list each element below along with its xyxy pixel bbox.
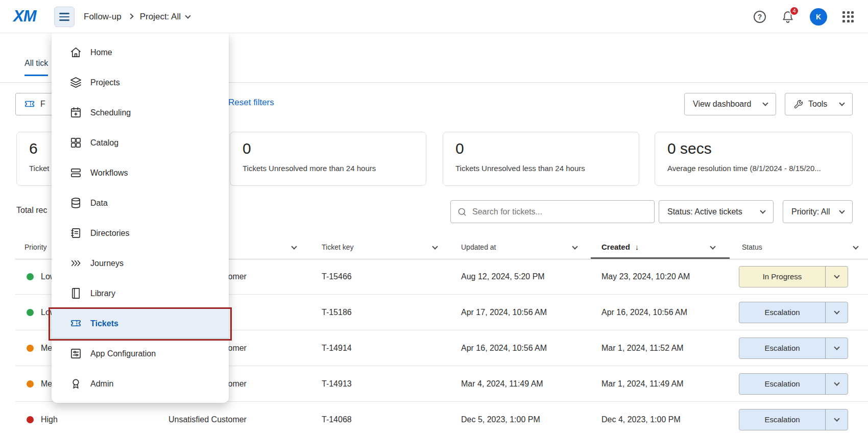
stat-value: 0 (455, 140, 626, 157)
status-badge-label: Escalation (739, 374, 825, 394)
menu-item-home[interactable]: Home (52, 37, 229, 67)
ticket-search (450, 200, 655, 223)
updated-at-cell: Apr 16, 2024, 10:56 AM (461, 344, 547, 353)
directories-icon (70, 227, 82, 239)
status-dropdown[interactable]: Escalation (739, 337, 848, 359)
chevron-down-icon (839, 208, 845, 213)
status-chevron[interactable] (825, 409, 848, 430)
status-filter-dropdown[interactable]: Status: Active tickets (659, 200, 774, 223)
search-input[interactable] (472, 207, 648, 216)
status-badge-label: Escalation (739, 302, 825, 323)
help-icon[interactable]: ? (754, 11, 766, 23)
status-sort-chevron[interactable] (854, 242, 858, 251)
column-header-status[interactable]: Status (742, 235, 762, 259)
ticket-name-cell: Unsatisfied Customer (168, 415, 247, 424)
menu-item-workflows[interactable]: Workflows (52, 158, 229, 188)
breadcrumb-separator-icon (128, 13, 133, 19)
priority-dot (27, 309, 34, 316)
breadcrumb-section[interactable]: Follow-up (84, 12, 122, 22)
xm-logo: XM (13, 7, 36, 26)
menu-item-scheduling[interactable]: Scheduling (52, 98, 229, 128)
created-cell: Dec 4, 2023, 1:00 PM (601, 415, 681, 424)
data-icon (70, 197, 82, 209)
ticket-key-cell: T-15466 (322, 272, 352, 281)
topbar-actions: ? 4 K (754, 0, 868, 33)
menu-item-library[interactable]: Library (52, 278, 229, 308)
menu-item-data[interactable]: Data (52, 188, 229, 218)
stat-card-avg-resolution-time: 0 secs Average resolution time (8/1/2024… (655, 132, 853, 186)
status-badge-label: Escalation (739, 338, 825, 358)
stat-label: Tickets Unresolved more than 24 hours (243, 164, 414, 173)
created-cell: Mar 1, 2024, 11:49 AM (601, 379, 684, 389)
updated-at-cell: Mar 4, 2024, 11:49 AM (461, 379, 543, 389)
hamburger-menu-button[interactable] (54, 7, 75, 27)
total-records-label: Total rec (16, 206, 47, 215)
menu-item-projects[interactable]: Projects (52, 67, 229, 98)
ticket-name-sort-chevron[interactable] (292, 242, 296, 251)
column-header-ticket-key[interactable]: Ticket key (322, 235, 354, 259)
top-bar: XM Follow-up Project: All ? 4 K (0, 0, 868, 33)
projects-icon (70, 77, 82, 88)
updated-at-sort-chevron[interactable] (573, 242, 577, 251)
ticket-key-sort-chevron[interactable] (433, 242, 437, 251)
status-dropdown[interactable]: In Progress (739, 266, 848, 287)
column-header-updated-at[interactable]: Updated at (461, 235, 496, 259)
status-dropdown[interactable]: Escalation (739, 302, 848, 323)
menu-item-app-configuration[interactable]: App Configuration (52, 339, 229, 369)
menu-item-journeys[interactable]: Journeys (52, 248, 229, 278)
journeys-icon (70, 257, 82, 269)
created-cell: Mar 1, 2024, 11:52 AM (601, 344, 684, 353)
chevron-down-icon (762, 100, 768, 106)
sort-desc-icon: ↓ (635, 243, 639, 251)
priority-dot (27, 380, 34, 388)
breadcrumb: Follow-up Project: All (84, 0, 190, 33)
notification-count-badge: 4 (789, 6, 799, 16)
tools-button[interactable]: Tools (785, 93, 853, 115)
hamburger-icon (59, 13, 69, 14)
status-dropdown[interactable]: Escalation (739, 409, 848, 430)
priority-filter-dropdown[interactable]: Priority: All (783, 200, 853, 223)
created-cell: Apr 16, 2024, 10:56 AM (601, 308, 687, 317)
scheduling-icon (70, 107, 82, 118)
stat-label: Tickets Unresolved less than 24 hours (455, 164, 626, 173)
status-chevron[interactable] (825, 374, 848, 394)
ticket-icon (24, 99, 35, 110)
library-icon (70, 287, 82, 299)
menu-item-tickets[interactable]: Tickets (52, 308, 229, 339)
table-row[interactable]: High Unsatisfied Customer T-14068 Dec 5,… (15, 402, 868, 434)
catalog-icon (70, 137, 82, 149)
column-header-created[interactable]: Created ↓ (601, 235, 639, 259)
view-dashboard-button[interactable]: View dashboard (684, 93, 776, 115)
ticket-key-cell: T-14068 (322, 415, 352, 424)
apps-grid-icon[interactable] (842, 11, 854, 22)
chevron-down-icon (760, 208, 765, 213)
workflows-icon (70, 167, 82, 179)
status-chevron[interactable] (825, 338, 848, 358)
updated-at-cell: Aug 12, 2024, 5:20 PM (461, 272, 545, 281)
avatar[interactable]: K (810, 8, 827, 26)
priority-cell: High (41, 415, 58, 424)
stat-value: 0 (243, 140, 414, 157)
menu-item-directories[interactable]: Directories (52, 218, 229, 248)
project-selector[interactable]: Project: All (140, 12, 190, 22)
ticket-icon (70, 318, 82, 329)
menu-item-admin[interactable]: Admin (52, 369, 229, 399)
menu-item-catalog[interactable]: Catalog (52, 128, 229, 158)
status-chevron[interactable] (825, 267, 848, 287)
admin-icon (70, 378, 82, 390)
priority-dot (27, 416, 34, 423)
created-cell: May 23, 2024, 10:20 AM (601, 272, 690, 281)
status-chevron[interactable] (825, 302, 848, 323)
created-sort-chevron[interactable] (711, 242, 715, 251)
updated-at-cell: Apr 17, 2024, 10:56 AM (461, 308, 547, 317)
priority-dot (27, 345, 34, 352)
reset-filters-link[interactable]: Reset filters (228, 98, 274, 108)
status-dropdown[interactable]: Escalation (739, 373, 848, 395)
stat-value: 0 secs (667, 140, 840, 157)
tab-all-tickets[interactable]: All tick (25, 59, 48, 76)
global-navigation-menu: Home Projects Scheduling Catalog Workflo… (52, 33, 229, 403)
column-header-priority[interactable]: Priority (25, 235, 47, 259)
home-icon (70, 46, 82, 58)
status-badge-label: Escalation (739, 409, 825, 430)
notifications-button[interactable]: 4 (781, 10, 794, 23)
